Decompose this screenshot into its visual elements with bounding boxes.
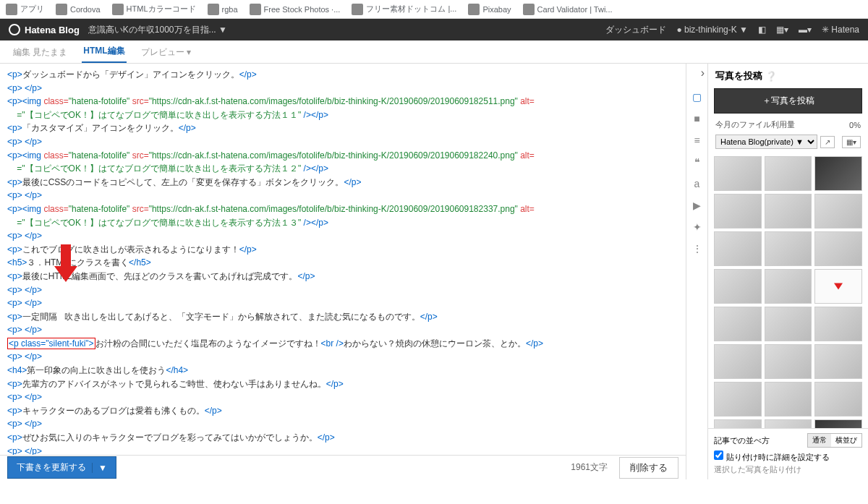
upload-button[interactable]: ＋写真を投稿 (714, 88, 862, 114)
app-header: Hatena Blog 意識高いKの年収1000万を目指... ▼ ダッシュボー… (0, 19, 868, 40)
thumbnail[interactable] (814, 382, 862, 417)
paste-selected: 選択した写真を貼り付け (714, 464, 862, 475)
collapse-rail-icon[interactable]: › (701, 67, 705, 80)
thumbnail[interactable] (814, 307, 862, 341)
youtube-icon[interactable]: ▶ (693, 200, 701, 211)
tool-rail: › ▢ ■ ≡ ❝ a ▶ ✦ ⋮ (686, 64, 707, 479)
browser-bookmarks-bar: アプリCordovaHTMLカラーコードrgbaFree Stock Photo… (0, 0, 868, 19)
thumbnail[interactable] (714, 344, 762, 379)
usage-label: 今月のファイル利用量 (715, 119, 795, 130)
picture-icon[interactable]: ▢ (692, 91, 702, 103)
status-bar: 下書きを更新する▼ 1961文字 削除する (0, 455, 686, 479)
thumbnail[interactable] (714, 382, 762, 417)
external-link-icon[interactable]: ↗ (820, 136, 835, 148)
chat-icon[interactable]: ▬▾ (799, 25, 812, 35)
bookmark-item[interactable]: Free Stock Photos ·... (250, 4, 341, 15)
thumbnail[interactable] (814, 231, 862, 266)
blog-title-dropdown[interactable]: 意識高いKの年収1000万を目指... ▼ (88, 24, 227, 36)
thumbnail[interactable] (714, 269, 762, 304)
thumbnail[interactable] (765, 419, 812, 428)
bookmark-item[interactable]: アプリ (6, 4, 44, 15)
quote-icon[interactable]: ❝ (694, 156, 700, 168)
char-count: 1961文字 (571, 461, 608, 474)
bookmark-item[interactable]: Cordova (56, 4, 101, 15)
arrange-toggle[interactable]: 通常横並び (807, 433, 862, 448)
sidebar-title: 写真を投稿 ❔ (708, 64, 868, 88)
category-icon[interactable]: ≡ (694, 134, 699, 146)
editor-tab[interactable]: 編集 見たまま (12, 42, 69, 63)
thumbnail[interactable] (765, 307, 812, 341)
bookmark-item[interactable]: Card Validator | Twi... (523, 4, 613, 15)
update-draft-button[interactable]: 下書きを更新する▼ (7, 456, 116, 479)
html-editor[interactable]: <p>ダッシュボードから「デザイン」アイコンをクリック。</p><p> </p>… (0, 64, 686, 455)
delete-button[interactable]: 削除する (619, 457, 678, 479)
thumbnail[interactable] (814, 269, 862, 304)
editor-tab[interactable]: HTML編集 (82, 40, 126, 63)
annotation-arrow (54, 244, 77, 284)
dashboard-link[interactable]: ダッシュボード (605, 24, 666, 36)
folder-icon[interactable]: ■ (694, 113, 699, 124)
thumbnail[interactable] (714, 156, 762, 191)
thumbnail[interactable] (814, 344, 862, 379)
bookmark-icon[interactable]: ◧ (758, 25, 766, 35)
folder-select[interactable]: Hatena Blog(private) ▼ (715, 134, 817, 149)
more-icon[interactable]: ⋮ (692, 243, 702, 255)
photo-sidebar: 写真を投稿 ❔ ＋写真を投稿 今月のファイル利用量0% Hatena Blog(… (707, 64, 868, 479)
grid-icon[interactable]: ▦▾ (776, 25, 788, 35)
thumbnail[interactable] (814, 156, 862, 191)
amazon-icon[interactable]: a (694, 178, 700, 189)
arrange-label: 記事での並べ方 (714, 435, 770, 446)
thumbnail[interactable] (714, 194, 762, 228)
thumbnail-grid (708, 153, 868, 428)
detail-checkbox[interactable]: 貼り付け時に詳細を設定する (714, 453, 830, 461)
thumbnail[interactable] (814, 419, 862, 428)
thumbnail[interactable] (765, 156, 812, 191)
bookmark-item[interactable]: Pixabay (468, 4, 511, 15)
hatena-logo[interactable]: Hatena Blog (9, 24, 80, 35)
bookmark-item[interactable]: HTMLカラーコード (112, 4, 196, 15)
thumbnail[interactable] (814, 194, 862, 228)
thumbnail[interactable] (714, 307, 762, 341)
twitter-icon[interactable]: ✦ (693, 221, 702, 233)
thumbnail[interactable] (765, 344, 812, 379)
thumbnail[interactable] (765, 194, 812, 228)
editor-tabs: 編集 見たままHTML編集プレビュー ▾ (0, 40, 868, 64)
bookmark-item[interactable]: フリー素材ドットコム |... (352, 4, 456, 15)
hatena-link[interactable]: ✳ Hatena (822, 25, 859, 35)
thumbnail[interactable] (765, 269, 812, 304)
editor-tab[interactable]: プレビュー ▾ (140, 42, 192, 63)
bookmark-item[interactable]: rgba (208, 4, 238, 15)
usage-value: 0% (849, 121, 861, 129)
thumbnail[interactable] (714, 419, 762, 428)
thumbnail[interactable] (765, 231, 812, 266)
user-menu[interactable]: ● biz-thinking-K ▼ (676, 25, 748, 35)
thumbnail[interactable] (714, 231, 762, 266)
view-mode-icon[interactable]: ▦▾ (842, 136, 861, 148)
thumbnail[interactable] (765, 382, 812, 417)
